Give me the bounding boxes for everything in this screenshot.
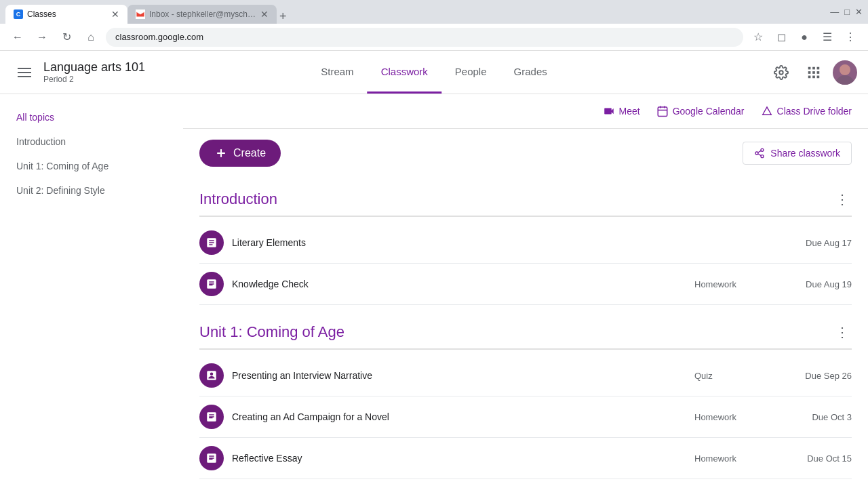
top-nav-right bbox=[768, 59, 857, 86]
interview-narrative-due: Due Sep 26 bbox=[784, 371, 852, 381]
top-nav: Language arts 101 Period 2 Stream Classw… bbox=[0, 51, 868, 94]
assignment-ad-campaign[interactable]: Creating an Ad Campaign for a Novel Home… bbox=[199, 396, 852, 438]
topic-introduction-header: Introduction ⋮ bbox=[199, 183, 852, 217]
content-area: All topics Introduction Unit 1: Coming o… bbox=[0, 94, 868, 488]
tab-gmail[interactable]: Inbox - stephkeller@myschool.edu ✕ bbox=[127, 5, 277, 24]
create-row: Create Share classwork bbox=[199, 140, 852, 167]
tab-grades[interactable]: Grades bbox=[500, 51, 561, 94]
svg-rect-11 bbox=[808, 75, 811, 78]
class-title: Language arts 101 bbox=[43, 60, 145, 75]
new-tab-button[interactable]: + bbox=[279, 9, 287, 24]
sidebar-item-introduction[interactable]: Introduction bbox=[0, 129, 183, 154]
bookmark-star-button[interactable]: ☆ bbox=[749, 28, 768, 47]
topic-introduction-title: Introduction bbox=[199, 190, 277, 208]
extension-puzzle-button[interactable]: ◻ bbox=[772, 28, 791, 47]
svg-rect-9 bbox=[812, 71, 815, 74]
main-content: Meet Google Calendar Class Drive folder bbox=[183, 94, 868, 488]
literary-elements-due: Due Aug 17 bbox=[784, 238, 852, 248]
ad-campaign-type: Homework bbox=[694, 412, 776, 422]
tab-gmail-close[interactable]: ✕ bbox=[260, 9, 269, 20]
svg-rect-3 bbox=[18, 76, 31, 77]
topic-introduction: Introduction ⋮ Literary Elements Due Aug… bbox=[199, 183, 852, 305]
profile-button[interactable]: ● bbox=[795, 28, 814, 47]
svg-rect-7 bbox=[817, 66, 820, 69]
browser-toolbar-actions: ☆ ◻ ● ☰ ⋮ bbox=[749, 28, 860, 47]
svg-rect-2 bbox=[18, 72, 31, 73]
browser-tabs: C Classes ✕ Inbox - stephkeller@myschool… bbox=[5, 0, 827, 24]
drive-link[interactable]: Class Drive folder bbox=[761, 105, 852, 117]
app-title: Language arts 101 Period 2 bbox=[43, 60, 145, 84]
app: Language arts 101 Period 2 Stream Classw… bbox=[0, 51, 868, 488]
address-text: classroom.google.com bbox=[115, 32, 203, 42]
tab-stream[interactable]: Stream bbox=[307, 51, 367, 94]
browser-toolbar: ← → ↻ ⌂ classroom.google.com ☆ ◻ ● ☰ ⋮ bbox=[0, 24, 868, 51]
share-label: Share classwork bbox=[770, 148, 840, 159]
minimize-icon[interactable]: — bbox=[830, 7, 839, 17]
svg-point-4 bbox=[779, 70, 783, 75]
interview-narrative-name: Presenting an Interview Narrative bbox=[232, 370, 686, 381]
literary-elements-name: Literary Elements bbox=[232, 237, 686, 248]
back-button[interactable]: ← bbox=[8, 28, 27, 47]
hamburger-menu-button[interactable] bbox=[11, 59, 38, 86]
settings-button[interactable] bbox=[768, 59, 795, 86]
topic-introduction-menu[interactable]: ⋮ bbox=[833, 188, 852, 210]
svg-point-22 bbox=[761, 148, 764, 151]
content-toolbar: Meet Google Calendar Class Drive folder bbox=[183, 94, 868, 129]
assignment-reflective-essay[interactable]: Reflective Essay Homework Due Oct 15 bbox=[199, 438, 852, 479]
sidebar-item-all-topics[interactable]: All topics bbox=[0, 105, 183, 129]
sidebar-item-unit2[interactable]: Unit 2: Defining Style bbox=[0, 178, 183, 203]
svg-rect-5 bbox=[808, 66, 811, 69]
class-subtitle: Period 2 bbox=[43, 75, 145, 84]
forward-button[interactable]: → bbox=[33, 28, 52, 47]
svg-point-14 bbox=[835, 75, 854, 85]
knowledge-check-icon bbox=[199, 272, 224, 296]
tab-classes-close[interactable]: ✕ bbox=[111, 9, 119, 20]
reload-button[interactable]: ↻ bbox=[57, 28, 76, 47]
tab-classes-label: Classes bbox=[27, 9, 56, 19]
drive-label: Class Drive folder bbox=[777, 106, 852, 117]
apps-button[interactable] bbox=[800, 59, 827, 86]
topic-unit1-title: Unit 1: Coming of Age bbox=[199, 323, 344, 341]
svg-point-24 bbox=[761, 155, 764, 158]
interview-narrative-icon bbox=[199, 363, 224, 388]
knowledge-check-name: Knowledge Check bbox=[232, 279, 686, 289]
create-label: Create bbox=[233, 147, 266, 159]
nav-tabs: Stream Classwork People Grades bbox=[307, 51, 560, 94]
ad-campaign-icon bbox=[199, 405, 224, 429]
home-button[interactable]: ⌂ bbox=[81, 28, 100, 47]
gmail-favicon bbox=[136, 9, 145, 19]
svg-rect-12 bbox=[812, 75, 815, 78]
tab-gmail-label: Inbox - stephkeller@myschool.edu bbox=[149, 9, 256, 19]
close-icon[interactable]: ✕ bbox=[855, 7, 863, 17]
create-button[interactable]: Create bbox=[199, 140, 281, 167]
share-classwork-button[interactable]: Share classwork bbox=[743, 142, 852, 165]
svg-rect-6 bbox=[812, 66, 815, 69]
tab-classes[interactable]: C Classes ✕ bbox=[5, 5, 127, 24]
classes-favicon: C bbox=[14, 9, 23, 19]
topic-unit1-menu[interactable]: ⋮ bbox=[833, 321, 852, 343]
sidebar-toggle-button[interactable]: ☰ bbox=[818, 28, 837, 47]
sidebar: All topics Introduction Unit 1: Coming o… bbox=[0, 94, 183, 488]
more-options-button[interactable]: ⋮ bbox=[841, 28, 860, 47]
interview-narrative-type: Quiz bbox=[694, 371, 776, 381]
address-bar[interactable]: classroom.google.com bbox=[106, 28, 743, 47]
reflective-essay-type: Homework bbox=[694, 453, 776, 464]
restore-icon[interactable]: □ bbox=[844, 7, 850, 17]
tab-classwork[interactable]: Classwork bbox=[368, 51, 441, 94]
tab-people[interactable]: People bbox=[441, 51, 500, 94]
assignment-interview-narrative[interactable]: Presenting an Interview Narrative Quiz D… bbox=[199, 355, 852, 396]
calendar-label: Google Calendar bbox=[673, 106, 745, 117]
meet-label: Meet bbox=[619, 106, 640, 117]
assignment-knowledge-check[interactable]: Knowledge Check Homework Due Aug 19 bbox=[199, 264, 852, 305]
reflective-essay-due: Due Oct 15 bbox=[784, 453, 852, 464]
svg-rect-13 bbox=[817, 75, 820, 78]
user-avatar[interactable] bbox=[833, 60, 857, 85]
meet-link[interactable]: Meet bbox=[603, 105, 640, 117]
assignment-literary-elements[interactable]: Literary Elements Due Aug 17 bbox=[199, 222, 852, 264]
browser-window-controls: — □ ✕ bbox=[830, 7, 863, 17]
topic-unit1: Unit 1: Coming of Age ⋮ Presenting an In… bbox=[199, 316, 852, 479]
topic-unit1-header: Unit 1: Coming of Age ⋮ bbox=[199, 316, 852, 350]
sidebar-item-unit1[interactable]: Unit 1: Coming of Age bbox=[0, 154, 183, 178]
calendar-link[interactable]: Google Calendar bbox=[656, 105, 745, 117]
svg-point-15 bbox=[840, 64, 850, 75]
